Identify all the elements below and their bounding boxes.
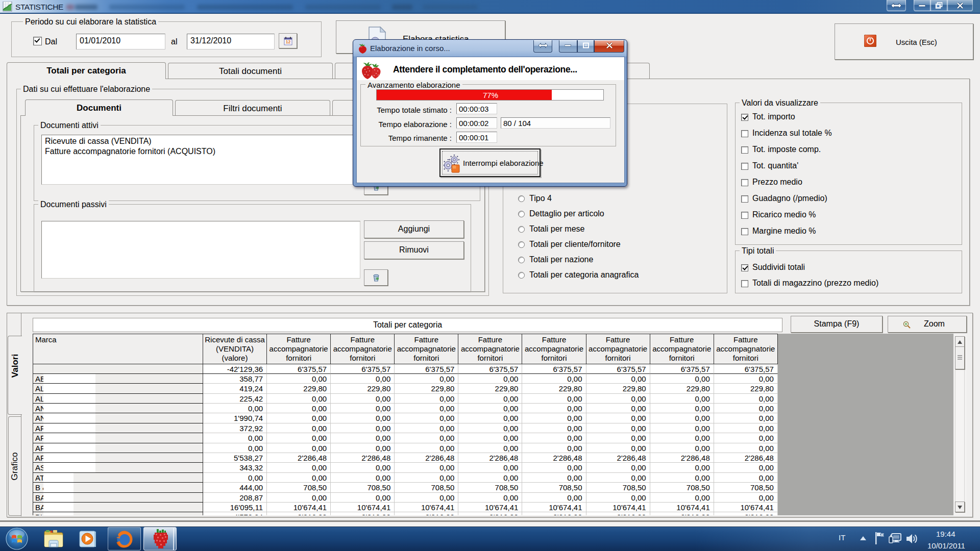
svg-text:12: 12 (285, 39, 290, 44)
